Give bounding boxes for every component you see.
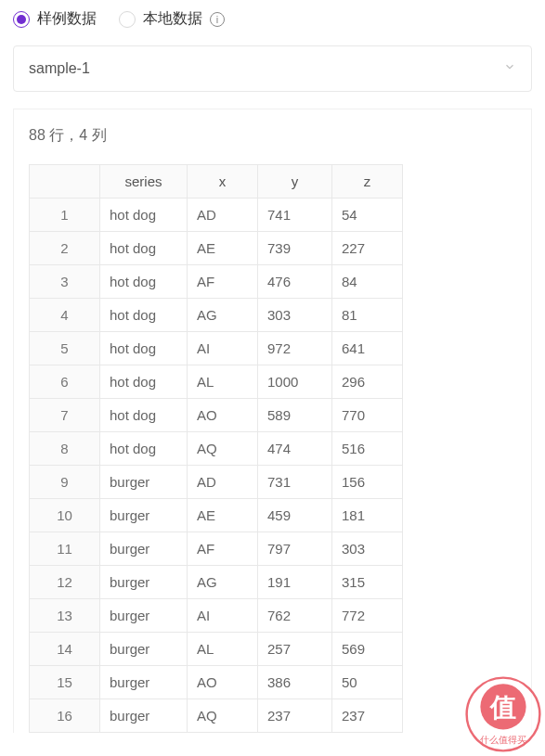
cell-y[interactable]: 476 bbox=[258, 265, 332, 299]
table-row[interactable]: 5hot dogAI972641 bbox=[30, 332, 403, 365]
cell-y[interactable]: 257 bbox=[258, 633, 332, 666]
svg-text:什么值得买: 什么值得买 bbox=[480, 735, 526, 745]
table-row[interactable]: 12burgerAG191315 bbox=[30, 566, 403, 599]
cell-x[interactable]: AE bbox=[188, 499, 258, 532]
cell-series[interactable]: hot dog bbox=[100, 232, 188, 265]
table-row[interactable]: 7hot dogAO589770 bbox=[30, 399, 403, 432]
table-row[interactable]: 11burgerAF797303 bbox=[30, 532, 403, 566]
data-panel: 88 行，4 列 series x y z 1hot dogAD741542ho… bbox=[13, 109, 532, 733]
cell-z[interactable]: 54 bbox=[332, 199, 403, 232]
cell-y[interactable]: 474 bbox=[258, 432, 332, 466]
cell-y[interactable]: 731 bbox=[258, 466, 332, 499]
cell-series[interactable]: hot dog bbox=[100, 299, 188, 332]
table-row[interactable]: 10burgerAE459181 bbox=[30, 499, 403, 532]
cell-z[interactable]: 181 bbox=[332, 499, 403, 532]
cell-y[interactable]: 1000 bbox=[258, 365, 332, 399]
cell-z[interactable]: 227 bbox=[332, 232, 403, 265]
cell-z[interactable]: 770 bbox=[332, 399, 403, 432]
header-x[interactable]: x bbox=[188, 165, 258, 199]
cell-series[interactable]: burger bbox=[100, 566, 188, 599]
cell-index: 9 bbox=[30, 466, 100, 499]
table-row[interactable]: 13burgerAI762772 bbox=[30, 599, 403, 633]
cell-x[interactable]: AI bbox=[188, 332, 258, 365]
cell-y[interactable]: 797 bbox=[258, 532, 332, 566]
cell-x[interactable]: AE bbox=[188, 232, 258, 265]
cell-z[interactable]: 315 bbox=[332, 566, 403, 599]
cell-x[interactable]: AG bbox=[188, 299, 258, 332]
cell-series[interactable]: burger bbox=[100, 466, 188, 499]
cell-x[interactable]: AL bbox=[188, 365, 258, 399]
cell-series[interactable]: burger bbox=[100, 666, 188, 699]
data-summary: 88 行，4 列 bbox=[14, 109, 531, 164]
cell-z[interactable]: 50 bbox=[332, 666, 403, 699]
table-row[interactable]: 14burgerAL257569 bbox=[30, 633, 403, 666]
cell-y[interactable]: 762 bbox=[258, 599, 332, 633]
cell-x[interactable]: AD bbox=[188, 466, 258, 499]
cell-z[interactable]: 641 bbox=[332, 332, 403, 365]
table-row[interactable]: 6hot dogAL1000296 bbox=[30, 365, 403, 399]
cell-x[interactable]: AG bbox=[188, 566, 258, 599]
cell-series[interactable]: burger bbox=[100, 499, 188, 532]
cell-z[interactable]: 516 bbox=[332, 432, 403, 466]
info-icon[interactable]: i bbox=[210, 12, 225, 27]
table-row[interactable]: 2hot dogAE739227 bbox=[30, 232, 403, 265]
data-source-radio-group: 样例数据 本地数据 i bbox=[0, 0, 545, 45]
cell-x[interactable]: AD bbox=[188, 199, 258, 232]
cell-series[interactable]: hot dog bbox=[100, 332, 188, 365]
cell-x[interactable]: AO bbox=[188, 399, 258, 432]
cell-y[interactable]: 386 bbox=[258, 666, 332, 699]
table-row[interactable]: 9burgerAD731156 bbox=[30, 466, 403, 499]
cell-index: 12 bbox=[30, 566, 100, 599]
cell-y[interactable]: 191 bbox=[258, 566, 332, 599]
cell-series[interactable]: burger bbox=[100, 633, 188, 666]
header-series[interactable]: series bbox=[100, 165, 188, 199]
cell-index: 14 bbox=[30, 633, 100, 666]
cell-y[interactable]: 741 bbox=[258, 199, 332, 232]
cell-x[interactable]: AF bbox=[188, 532, 258, 566]
cell-z[interactable]: 303 bbox=[332, 532, 403, 566]
cell-series[interactable]: hot dog bbox=[100, 365, 188, 399]
cell-index: 10 bbox=[30, 499, 100, 532]
cell-x[interactable]: AI bbox=[188, 599, 258, 633]
cell-y[interactable]: 739 bbox=[258, 232, 332, 265]
cell-series[interactable]: hot dog bbox=[100, 265, 188, 299]
cell-series[interactable]: burger bbox=[100, 532, 188, 566]
cell-y[interactable]: 589 bbox=[258, 399, 332, 432]
data-table: series x y z 1hot dogAD741542hot dogAE73… bbox=[29, 164, 403, 733]
table-row[interactable]: 3hot dogAF47684 bbox=[30, 265, 403, 299]
cell-y[interactable]: 972 bbox=[258, 332, 332, 365]
cell-series[interactable]: burger bbox=[100, 599, 188, 633]
header-z[interactable]: z bbox=[332, 165, 403, 199]
table-header-row: series x y z bbox=[30, 165, 403, 199]
cell-z[interactable]: 296 bbox=[332, 365, 403, 399]
table-row[interactable]: 4hot dogAG30381 bbox=[30, 299, 403, 332]
cell-series[interactable]: burger bbox=[100, 699, 188, 733]
cell-series[interactable]: hot dog bbox=[100, 432, 188, 466]
cell-z[interactable]: 156 bbox=[332, 466, 403, 499]
cell-z[interactable]: 772 bbox=[332, 599, 403, 633]
cell-z[interactable]: 237 bbox=[332, 699, 403, 733]
cell-index: 2 bbox=[30, 232, 100, 265]
radio-local-data[interactable]: 本地数据 bbox=[119, 9, 202, 29]
table-row[interactable]: 16burgerAQ237237 bbox=[30, 699, 403, 733]
cell-y[interactable]: 303 bbox=[258, 299, 332, 332]
cell-series[interactable]: hot dog bbox=[100, 399, 188, 432]
cell-series[interactable]: hot dog bbox=[100, 199, 188, 232]
cell-x[interactable]: AQ bbox=[188, 699, 258, 733]
header-y[interactable]: y bbox=[258, 165, 332, 199]
table-row[interactable]: 1hot dogAD74154 bbox=[30, 199, 403, 232]
cell-z[interactable]: 81 bbox=[332, 299, 403, 332]
select-value: sample-1 bbox=[29, 60, 90, 77]
cell-z[interactable]: 569 bbox=[332, 633, 403, 666]
table-row[interactable]: 15burgerAO38650 bbox=[30, 666, 403, 699]
sample-select[interactable]: sample-1 bbox=[13, 45, 532, 92]
cell-z[interactable]: 84 bbox=[332, 265, 403, 299]
radio-sample-data[interactable]: 样例数据 bbox=[13, 9, 97, 29]
cell-x[interactable]: AF bbox=[188, 265, 258, 299]
table-row[interactable]: 8hot dogAQ474516 bbox=[30, 432, 403, 466]
cell-y[interactable]: 459 bbox=[258, 499, 332, 532]
cell-x[interactable]: AQ bbox=[188, 432, 258, 466]
cell-x[interactable]: AL bbox=[188, 633, 258, 666]
cell-x[interactable]: AO bbox=[188, 666, 258, 699]
cell-y[interactable]: 237 bbox=[258, 699, 332, 733]
